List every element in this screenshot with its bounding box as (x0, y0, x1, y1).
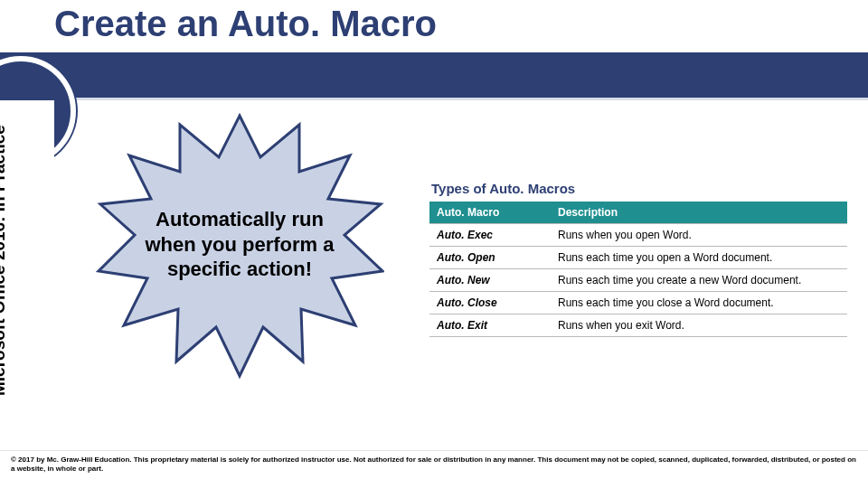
table-row: Auto. Open Runs each time you open a Wor… (429, 247, 847, 269)
table-cell-desc: Runs each time you create a new Word doc… (551, 269, 847, 292)
table-cell-desc: Runs each time you close a Word document… (551, 292, 847, 314)
table-row: Auto. Exec Runs when you open Word. (429, 224, 847, 247)
table-title: Types of Auto. Macros (429, 177, 847, 202)
table-cell-name: Auto. Open (429, 247, 551, 269)
table-row: Auto. New Runs each time you create a ne… (429, 269, 847, 292)
table-row: Auto. Exit Runs when you exit Word. (429, 314, 847, 337)
table-cell-name: Auto. New (429, 269, 551, 292)
table-cell-desc: Runs when you exit Word. (551, 314, 847, 337)
starburst-callout: Automatically run when you perform a spe… (95, 110, 384, 381)
slide: Create an Auto. Macro Microsoft Office 2… (0, 0, 868, 488)
table-header-cell: Description (551, 202, 847, 224)
burst-text: Automatically run when you perform a spe… (131, 207, 348, 282)
page-title: Create an Auto. Macro (54, 4, 437, 44)
divider (0, 98, 868, 100)
footer-text: © 2017 by Mc. Graw-Hill Education. This … (11, 455, 857, 474)
rail-label: Microsoft Office 2016: In Practice (0, 125, 9, 396)
table-cell-desc: Runs each time you open a Word document. (551, 247, 847, 269)
header-band (0, 52, 868, 98)
table-cell-desc: Runs when you open Word. (551, 224, 847, 247)
title-area: Create an Auto. Macro (0, 0, 868, 52)
automacro-table-block: Types of Auto. Macros Auto. Macro Descri… (429, 177, 847, 337)
table-cell-name: Auto. Exec (429, 224, 551, 247)
table-row: Auto. Close Runs each time you close a W… (429, 292, 847, 314)
table-header-cell: Auto. Macro (429, 202, 551, 224)
automacro-table: Auto. Macro Description Auto. Exec Runs … (429, 202, 847, 337)
footer: © 2017 by Mc. Graw-Hill Education. This … (0, 450, 868, 488)
side-rail: Microsoft Office 2016: In Practice (0, 100, 54, 450)
table-cell-name: Auto. Exit (429, 314, 551, 337)
table-header-row: Auto. Macro Description (429, 202, 847, 224)
table-cell-name: Auto. Close (429, 292, 551, 314)
